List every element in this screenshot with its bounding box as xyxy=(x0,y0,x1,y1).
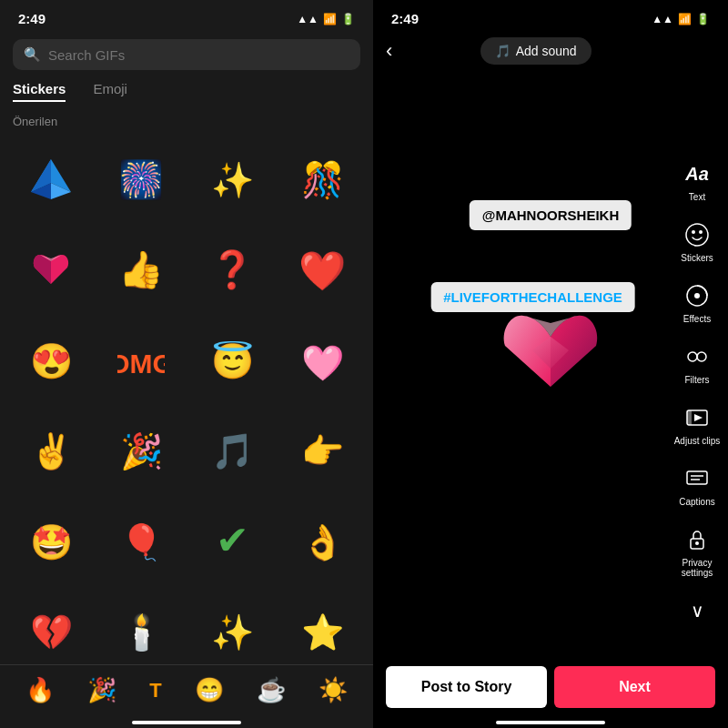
svg-text:👍: 👍 xyxy=(118,248,164,291)
right-toolbar: Aa Text Stickers xyxy=(666,145,728,640)
tool-stickers-label: Stickers xyxy=(681,253,713,263)
sticker-sparkles[interactable]: ✨ xyxy=(188,136,276,223)
tool-stickers[interactable]: Stickers xyxy=(677,213,717,268)
back-button[interactable]: ‹ xyxy=(386,39,392,63)
tool-effects[interactable]: Effects xyxy=(677,274,717,329)
stickers-icon xyxy=(681,218,713,251)
home-indicator-right xyxy=(373,715,728,728)
tool-privacy-settings[interactable]: Privacy settings xyxy=(666,518,728,583)
emoji-fire[interactable]: 🔥 xyxy=(25,676,55,704)
emoji-t[interactable]: T xyxy=(149,679,161,703)
chevron-down-tool[interactable]: ∨ xyxy=(677,589,717,632)
sticker-broken-heart[interactable]: 💔 xyxy=(7,589,95,665)
sticker-stars2[interactable]: ✨ xyxy=(188,589,276,665)
tool-effects-label: Effects xyxy=(683,314,711,324)
svg-text:❤️: ❤️ xyxy=(298,248,346,293)
svg-point-26 xyxy=(686,224,708,246)
svg-text:🩷: 🩷 xyxy=(301,342,345,384)
add-sound-button[interactable]: 🎵 Add sound xyxy=(480,37,592,65)
tool-adjust-clips[interactable]: Adjust clips xyxy=(671,396,724,451)
bottom-emoji-bar: 🔥 🎉 T 😁 ☕ ☀️ xyxy=(0,664,373,715)
status-icons-right: ▲▲ 📶 🔋 xyxy=(652,13,710,25)
text-icon: Aa xyxy=(681,157,713,190)
sticker-ok-hand[interactable]: 👌 xyxy=(279,498,367,585)
sticker-angel[interactable]: 😇 xyxy=(188,317,276,404)
svg-text:🎈: 🎈 xyxy=(120,521,164,563)
svg-text:🎆: 🎆 xyxy=(118,157,164,201)
tab-stickers[interactable]: Stickers xyxy=(13,81,66,102)
tool-filters[interactable]: Filters xyxy=(677,335,717,390)
tab-emoji[interactable]: Emoji xyxy=(93,81,127,102)
search-icon: 🔍 xyxy=(24,46,41,63)
right-panel: 2:49 ▲▲ 📶 🔋 ‹ 🎵 Add sound @MAHNOORSHEIKH… xyxy=(373,0,728,728)
heart-sticker-overlay[interactable] xyxy=(496,305,605,409)
music-note-icon: 🎵 xyxy=(495,44,511,58)
svg-text:🎉: 🎉 xyxy=(120,430,164,472)
sticker-heart-face[interactable]: 🤩 xyxy=(7,498,95,585)
svg-text:😍: 😍 xyxy=(29,340,73,382)
svg-text:⭐: ⭐ xyxy=(301,612,345,653)
sticker-check[interactable]: ✔ xyxy=(188,498,276,585)
battery-icon: 🔋 xyxy=(341,13,355,25)
status-icons-left: ▲▲ 📶 🔋 xyxy=(297,13,355,25)
sticker-music[interactable]: 🎵 xyxy=(188,408,276,495)
privacy-lock-icon xyxy=(681,523,713,556)
search-bar[interactable]: 🔍 xyxy=(13,39,360,70)
effects-icon xyxy=(681,279,713,312)
svg-rect-35 xyxy=(687,410,692,425)
sticker-origami[interactable] xyxy=(7,136,95,223)
emoji-coffee[interactable]: ☕ xyxy=(257,676,286,704)
adjust-clips-icon xyxy=(681,401,713,434)
bottom-actions: Post to Story Next xyxy=(373,655,728,715)
tabs-row: Stickers Emoji xyxy=(0,81,373,102)
top-controls: ‹ 🎵 Add sound xyxy=(373,34,728,72)
sticker-question[interactable]: ❓ xyxy=(188,227,276,314)
heart-sticker-svg xyxy=(496,305,605,405)
sticker-thumbsup[interactable]: 👍 xyxy=(98,227,186,314)
svg-text:✨: ✨ xyxy=(210,612,254,653)
section-label: Önerilen xyxy=(0,111,373,136)
svg-text:🎵: 🎵 xyxy=(210,430,254,472)
canvas-area: @MAHNOORSHEIKH #LIVEFORTHECHALLENGE xyxy=(373,72,728,655)
home-bar-right xyxy=(496,721,605,724)
sticker-fireworks[interactable]: 🎆 xyxy=(98,136,186,223)
svg-marker-34 xyxy=(694,414,703,421)
svg-point-27 xyxy=(692,230,695,234)
sticker-party-popper[interactable]: 🎉 xyxy=(98,408,186,495)
search-input[interactable] xyxy=(48,47,349,63)
svg-text:✨: ✨ xyxy=(210,159,254,201)
tool-filters-label: Filters xyxy=(684,375,709,385)
svg-text:✔: ✔ xyxy=(215,518,248,562)
left-panel: 2:49 ▲▲ 📶 🔋 🔍 Stickers Emoji Önerilen 🎆 xyxy=(0,0,373,728)
svg-text:🤩: 🤩 xyxy=(29,521,73,563)
sticker-peace[interactable]: ✌️ xyxy=(7,408,95,495)
sticker-balloon[interactable]: 🎈 xyxy=(98,498,186,585)
post-to-story-button[interactable]: Post to Story xyxy=(386,666,547,708)
next-button[interactable]: Next xyxy=(554,666,715,708)
svg-point-28 xyxy=(699,230,703,234)
emoji-laugh[interactable]: 😁 xyxy=(195,676,224,704)
sticker-pink-heart[interactable]: 🩷 xyxy=(279,317,367,404)
sticker-grid: 🎆 ✨ 🎊 👍 ❓ xyxy=(0,136,373,664)
sticker-omg[interactable]: OMG xyxy=(98,317,186,404)
svg-text:✌️: ✌️ xyxy=(29,430,73,472)
sticker-point-right[interactable]: 👉 xyxy=(279,408,367,495)
svg-point-40 xyxy=(695,541,699,545)
tool-captions-label: Captions xyxy=(679,497,714,507)
sticker-red-heart[interactable]: ❤️ xyxy=(279,227,367,314)
emoji-sun[interactable]: ☀️ xyxy=(318,676,348,704)
home-bar-left xyxy=(132,721,241,724)
tool-captions[interactable]: Captions xyxy=(675,457,718,512)
tool-privacy-settings-label: Privacy settings xyxy=(670,558,724,578)
mention-tag[interactable]: @MAHNOORSHEIKH xyxy=(470,200,632,230)
sticker-heart-eyes[interactable]: 😍 xyxy=(7,317,95,404)
sticker-confetti[interactable]: 🎊 xyxy=(279,136,367,223)
signal-icon-right: ▲▲ xyxy=(652,13,673,25)
sticker-sun-star[interactable]: ⭐ xyxy=(279,589,367,665)
tool-text[interactable]: Aa Text xyxy=(677,152,717,207)
sticker-heart-gem[interactable] xyxy=(7,227,95,314)
sticker-candle[interactable]: 🕯️ xyxy=(98,589,186,665)
status-bar-left: 2:49 ▲▲ 📶 🔋 xyxy=(0,0,373,34)
battery-icon-right: 🔋 xyxy=(696,13,710,25)
emoji-party[interactable]: 🎉 xyxy=(87,676,116,704)
